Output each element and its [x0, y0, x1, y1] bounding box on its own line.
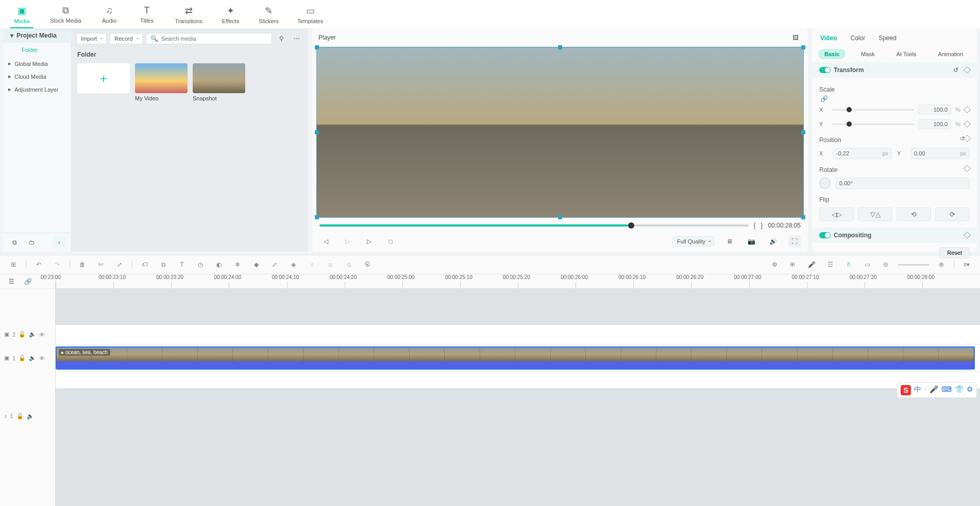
prop-tab-speed[interactable]: Speed — [877, 32, 898, 46]
ime-settings-icon[interactable]: ⚙ — [967, 385, 973, 395]
subtab-animation[interactable]: Animation — [932, 49, 970, 59]
tl-tracks-icon[interactable]: ☰ — [5, 275, 18, 288]
sidebar-item-global-media[interactable]: ▸Global Media — [3, 57, 71, 70]
volume-icon[interactable]: 🔊 — [767, 235, 779, 248]
ungroup-icon[interactable]: ⧉ — [343, 258, 355, 271]
snapshot-icon[interactable]: 🖼 — [789, 31, 802, 44]
tl-link-icon[interactable]: 🔗 — [22, 275, 34, 288]
project-media-header[interactable]: ▾Project Media — [3, 28, 71, 43]
capture-icon[interactable]: 📷 — [745, 235, 757, 248]
play-icon[interactable]: ▷ — [363, 235, 375, 248]
prev-frame-icon[interactable]: ◁ — [319, 235, 332, 248]
keyframe-scale-x-icon[interactable] — [964, 106, 971, 113]
search-media-box[interactable]: 🔍 — [146, 33, 272, 44]
tab-effects[interactable]: ✦Effects — [219, 4, 242, 28]
delete-icon[interactable]: 🗑 — [76, 258, 89, 271]
keyframe-compositing-icon[interactable] — [964, 232, 971, 239]
keyframe-position-icon[interactable] — [964, 135, 971, 142]
transform-toggle[interactable] — [819, 67, 831, 73]
tab-media[interactable]: ▣Media — [10, 4, 33, 28]
play-from-start-icon[interactable]: ▷ — [341, 235, 353, 248]
import-dropdown[interactable]: Import — [76, 33, 107, 44]
freeze-icon[interactable]: ❄ — [231, 258, 244, 271]
flip-horizontal-button[interactable]: ◁▷ — [819, 207, 854, 221]
new-bin-icon[interactable]: ⧉ — [8, 236, 21, 249]
expand-icon[interactable]: ⤢ — [268, 258, 281, 271]
scale-lock[interactable]: 🔗 — [819, 95, 970, 102]
compositing-toggle[interactable] — [819, 232, 831, 238]
display-icon[interactable]: 🖥 — [723, 235, 736, 248]
group-icon[interactable]: ⧈ — [324, 258, 336, 271]
collapse-sidebar-icon[interactable]: ‹ — [53, 236, 65, 249]
more-icon[interactable]: ⋯ — [291, 32, 303, 45]
keyframe-rotate-icon[interactable] — [964, 165, 971, 172]
reset-transform-icon[interactable]: ↺ — [953, 66, 958, 74]
search-media-input[interactable] — [161, 36, 267, 42]
tl-magnetic-icon[interactable]: ⩃ — [842, 258, 855, 271]
playback-quality-select[interactable]: Full Quality — [672, 236, 714, 247]
stop-icon[interactable]: □ — [384, 235, 397, 248]
reset-button[interactable]: Reset — [939, 247, 970, 258]
undo-icon[interactable]: ↶ — [32, 258, 45, 271]
subtab-mask[interactable]: Mask — [855, 49, 881, 59]
scale-y-input[interactable]: 100.0 — [918, 119, 951, 129]
record-dropdown[interactable]: Record — [110, 33, 142, 44]
rotate-cw-button[interactable]: ⟳ — [935, 207, 970, 221]
tab-stickers[interactable]: ✎Stickers — [257, 4, 281, 28]
lock-icon[interactable]: 🔓 — [16, 413, 24, 420]
resize-handle-bm[interactable] — [558, 215, 562, 219]
audio-track-icon[interactable]: ♪ — [4, 413, 7, 419]
resize-handle-tr[interactable] — [801, 45, 805, 49]
split-icon[interactable]: ⤢ — [113, 258, 126, 271]
resize-handle-br[interactable] — [801, 215, 805, 219]
sidebar-item-cloud-media[interactable]: ▸Cloud Media — [3, 70, 71, 83]
tl-layout-icon[interactable]: ⊞ — [7, 258, 20, 271]
thumb-import-media[interactable]: ＋ — [77, 63, 130, 101]
fullscreen-icon[interactable]: ⛶ — [788, 235, 801, 248]
ime-skin-icon[interactable]: 👕 — [955, 385, 964, 395]
prop-tab-color[interactable]: Color — [849, 32, 866, 46]
record-vo-icon[interactable]: ⦿ — [361, 258, 374, 271]
mute-icon[interactable]: 🔈 — [27, 413, 34, 420]
tl-mic-icon[interactable]: 🎤 — [805, 258, 818, 271]
pos-x-input[interactable]: -0.22px — [833, 148, 892, 159]
video-track-2[interactable]: ▣2 🔓 🔈 👁 — [56, 325, 980, 344]
subtab-basic[interactable]: Basic — [818, 49, 846, 59]
ime-lang[interactable]: 中 — [914, 385, 921, 395]
audio-track-1[interactable]: ♪1 🔓 🔈 — [56, 372, 980, 389]
tag-icon[interactable]: 🏷 — [139, 258, 151, 271]
scale-x-input[interactable]: 100.0 — [918, 104, 951, 115]
scrub-knob[interactable] — [628, 222, 634, 229]
speed-icon[interactable]: ◷ — [194, 258, 207, 271]
sidebar-item-adjustment-layer[interactable]: ▸Adjustment Layer — [3, 83, 71, 96]
redo-icon[interactable]: ↷ — [51, 258, 63, 271]
rotate-knob[interactable] — [819, 178, 831, 189]
zoom-in-icon[interactable]: ⊕ — [935, 258, 948, 271]
tab-templates[interactable]: ▭Templates — [295, 4, 325, 28]
section-transform-header[interactable]: Transform ↺ — [812, 62, 977, 78]
video-track-1[interactable]: ▣1 🔓 🔈 👁 ▸ocean, sea, beach — [56, 344, 980, 372]
ime-badge[interactable]: S 中 ∙ 🎤 ⌨ 👕 ⚙ — [897, 382, 977, 398]
zoom-out-icon[interactable]: ⊖ — [880, 258, 892, 271]
scale-x-slider[interactable] — [832, 109, 914, 111]
timeline-ruler[interactable]: 00:23:0000:00:23:1000:00:23:2000:00:24:0… — [56, 274, 980, 289]
tl-mixer-icon[interactable]: ☲ — [824, 258, 836, 271]
keyframe-transform-icon[interactable] — [964, 66, 971, 74]
scrub-bar[interactable] — [319, 224, 749, 226]
flip-vertical-button[interactable]: ▽△ — [858, 207, 892, 221]
zoom-slider[interactable] — [898, 264, 929, 266]
rotate-ccw-button[interactable]: ⟲ — [897, 207, 931, 221]
tl-view-icon[interactable]: ≡▾ — [960, 258, 973, 271]
video-clip[interactable]: ▸ocean, sea, beach — [56, 346, 975, 370]
ime-mic-icon[interactable]: 🎤 — [930, 385, 938, 395]
thumb-snapshot[interactable]: Snapshot — [193, 63, 245, 101]
mark-out-brace[interactable]: } — [761, 222, 763, 229]
preview-canvas[interactable] — [316, 47, 804, 218]
pos-y-input[interactable]: 0.00px — [910, 148, 970, 159]
ime-keyboard-icon[interactable]: ⌨ — [941, 385, 952, 395]
resize-handle-rm[interactable] — [801, 130, 805, 134]
resize-handle-lm[interactable] — [315, 130, 319, 134]
tab-stock-media[interactable]: ⧉Stock Media — [48, 4, 83, 28]
keyframe-tool-icon[interactable]: ◆ — [250, 258, 262, 271]
rotate-input[interactable]: 0.00° — [836, 178, 970, 189]
